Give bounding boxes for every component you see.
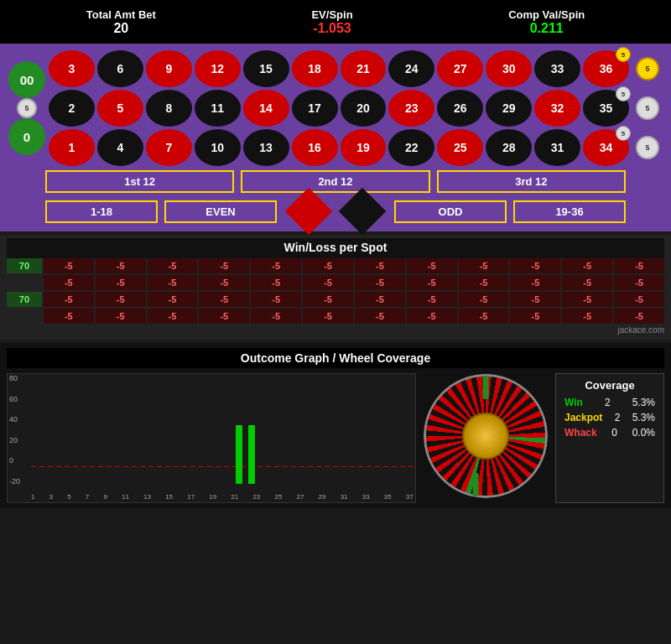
bet-1-18[interactable]: 1-18 (45, 200, 158, 223)
graph-section: Outcome Graph / Wheel Coverage 80 60 40 … (0, 343, 671, 508)
num-4[interactable]: 4 (97, 129, 143, 166)
num-10[interactable]: 10 (195, 129, 241, 166)
num-1[interactable]: 1 (49, 129, 95, 166)
num-34[interactable]: 34 5 (583, 129, 629, 166)
num-13[interactable]: 13 (243, 129, 289, 166)
cov-jackpot-label: Jackpot (564, 412, 602, 423)
num-32[interactable]: 32 (534, 90, 580, 127)
num-8[interactable]: 8 (146, 90, 192, 127)
bet-even[interactable]: EVEN (164, 200, 277, 223)
wl-0-12: -5 (614, 258, 664, 273)
total-amt-bet-col: Total Amt Bet 20 (86, 8, 156, 36)
winloss-title: Win/Loss per Spot (7, 238, 664, 258)
wl-1-6: -5 (303, 275, 353, 290)
wheel-hub (462, 413, 509, 460)
wl-1-3: -5 (148, 275, 198, 290)
right-chip-2: 5 (636, 96, 659, 120)
num-36[interactable]: 36 5 (583, 50, 629, 87)
num-24[interactable]: 24 (388, 50, 434, 87)
num-23[interactable]: 23 (388, 90, 434, 127)
num-33[interactable]: 33 (534, 50, 580, 87)
num-31[interactable]: 31 (534, 129, 580, 166)
num-28[interactable]: 28 (486, 129, 532, 166)
chip-36: 5 (616, 47, 631, 62)
roulette-section: 00 5 0 3 6 9 12 15 18 21 24 27 30 33 36 (0, 44, 671, 231)
bet-19-36[interactable]: 19-36 (513, 200, 626, 223)
num-19[interactable]: 19 (341, 129, 387, 166)
ev-spin-label: EV/Spin (311, 8, 352, 21)
num-12[interactable]: 12 (195, 50, 241, 87)
ev-spin-col: EV/Spin -1.053 (311, 8, 352, 36)
single-zero[interactable]: 0 (8, 118, 45, 155)
wl-1-4: -5 (199, 275, 249, 290)
bet-2nd-12[interactable]: 2nd 12 (241, 170, 429, 193)
wl-first-1 (7, 280, 42, 285)
num-17[interactable]: 17 (292, 90, 338, 127)
mid-chip-zero: 5 (8, 101, 45, 116)
single-zero-cell[interactable]: 0 (8, 118, 45, 155)
bet-1st-12[interactable]: 1st 12 (45, 170, 234, 193)
num-30[interactable]: 30 (486, 50, 532, 87)
wl-2-11: -5 (562, 292, 612, 307)
wheel-visual (424, 374, 548, 498)
num-15[interactable]: 15 (243, 50, 289, 87)
num-3[interactable]: 3 (49, 50, 95, 87)
y-80: 80 (9, 374, 20, 382)
wl-0-5: -5 (251, 258, 301, 273)
num-18[interactable]: 18 (292, 50, 338, 87)
y-60: 60 (9, 395, 20, 403)
wl-first-2: 70 (7, 292, 42, 307)
num-9[interactable]: 9 (146, 50, 192, 87)
diamond-red[interactable] (285, 188, 333, 236)
wl-row-1: -5 -5 -5 -5 -5 -5 -5 -5 -5 -5 -5 -5 (7, 275, 664, 290)
num-26[interactable]: 26 (437, 90, 483, 127)
num-25[interactable]: 25 (437, 129, 483, 166)
wl-3-7: -5 (355, 309, 405, 324)
winloss-grid: 70 -5 -5 -5 -5 -5 -5 -5 -5 -5 -5 -5 -5 -… (7, 258, 664, 324)
wl-2-12: -5 (614, 292, 664, 307)
wl-1-10: -5 (510, 275, 560, 290)
wl-2-6: -5 (303, 292, 353, 307)
num-35[interactable]: 35 5 (583, 90, 629, 127)
num-20[interactable]: 20 (341, 90, 387, 127)
right-chip-bot: 5 (632, 129, 663, 166)
num-7[interactable]: 7 (146, 129, 192, 166)
num-27[interactable]: 27 (437, 50, 483, 87)
table-area: 00 5 0 3 6 9 12 15 18 21 24 27 30 33 36 (8, 50, 663, 166)
cov-whack-pct: 0.0% (632, 427, 655, 439)
wheel-green-2 (473, 473, 479, 496)
num-29[interactable]: 29 (486, 90, 532, 127)
wl-3-12: -5 (614, 309, 664, 324)
y-0: 0 (9, 456, 20, 465)
num-14[interactable]: 14 (243, 90, 289, 127)
bet-3rd-12[interactable]: 3rd 12 (437, 170, 626, 193)
double-zero[interactable]: 00 (8, 61, 45, 98)
num-16[interactable]: 16 (292, 129, 338, 166)
wheel-green-1 (483, 376, 489, 399)
ev-spin-value: -1.053 (311, 21, 352, 36)
bet-row-dozens: 1st 12 2nd 12 3rd 12 (8, 170, 663, 193)
num-2[interactable]: 2 (49, 90, 95, 127)
bet-odd[interactable]: ODD (394, 200, 507, 223)
num-11[interactable]: 11 (195, 90, 241, 127)
num-5[interactable]: 5 (97, 90, 143, 127)
wl-2-5: -5 (251, 292, 301, 307)
num-21[interactable]: 21 (341, 50, 387, 87)
diamond-black[interactable] (339, 188, 387, 236)
right-chip-top: 5 (632, 50, 663, 87)
graph-title: Outcome Graph / Wheel Coverage (7, 348, 664, 368)
chip-5-mid: 5 (17, 98, 37, 118)
wl-0-10: -5 (510, 258, 560, 273)
wl-2-3: -5 (148, 292, 198, 307)
y-20: 20 (9, 436, 20, 444)
num-6[interactable]: 6 (97, 50, 143, 87)
total-amt-bet-label: Total Amt Bet (86, 8, 156, 21)
wl-3-5: -5 (251, 309, 301, 324)
wl-row-0: 70 -5 -5 -5 -5 -5 -5 -5 -5 -5 -5 -5 -5 (7, 258, 664, 273)
double-zero-cell[interactable]: 00 (8, 61, 45, 98)
wl-0-9: -5 (459, 258, 509, 273)
num-22[interactable]: 22 (388, 129, 434, 166)
number-grid: 3 6 9 12 15 18 21 24 27 30 33 36 5 2 5 8… (49, 50, 629, 166)
wl-1-5: -5 (251, 275, 301, 290)
wl-2-2: -5 (96, 292, 146, 307)
